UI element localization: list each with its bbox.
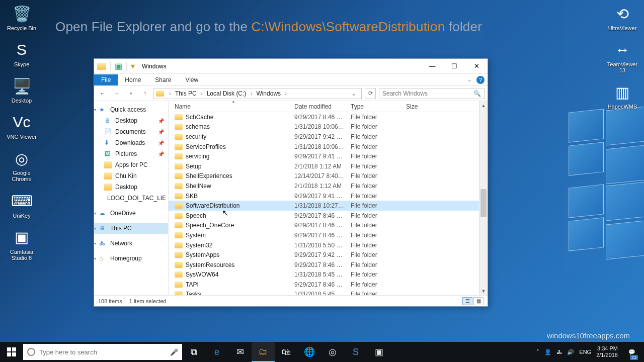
scrollbar[interactable]: ▲ ▼ bbox=[479, 101, 488, 295]
navpane-item[interactable]: ⬇Downloads📌 bbox=[94, 137, 168, 148]
file-type: File folder bbox=[348, 281, 403, 288]
desktop-icon[interactable]: ⌨ UniKey bbox=[3, 191, 40, 219]
taskbar-app-chrome[interactable]: ◎ bbox=[321, 342, 344, 362]
file-row[interactable]: SystemApps 9/29/2017 9:42 PM File folder bbox=[169, 250, 488, 260]
task-view-button[interactable]: ⧉ bbox=[182, 342, 205, 362]
file-row[interactable]: SoftwareDistribution 1/31/2018 10:27 AM … bbox=[169, 201, 488, 211]
column-name[interactable]: Name▲ bbox=[172, 103, 291, 110]
address-bar[interactable]: › This PC › Local Disk (C:) › Windows › … bbox=[153, 88, 362, 99]
file-row[interactable]: ServiceProfiles 1/31/2018 10:06 AM File … bbox=[169, 142, 488, 152]
view-large-icons-button[interactable]: ▦ bbox=[473, 297, 484, 305]
minimize-button[interactable]: — bbox=[421, 59, 443, 73]
file-name: security bbox=[186, 133, 206, 140]
search-input[interactable] bbox=[382, 90, 473, 97]
start-button[interactable] bbox=[0, 342, 23, 362]
desktop-icon[interactable]: Vc VNC Viewer bbox=[3, 112, 40, 140]
scroll-up-button[interactable]: ▲ bbox=[479, 101, 488, 110]
taskbar-app-mail[interactable]: ✉ bbox=[228, 342, 252, 362]
file-row[interactable]: SysWOW64 1/31/2018 5:45 PM File folder bbox=[169, 270, 488, 280]
navpane-item[interactable]: 📄Documents📌 bbox=[94, 126, 168, 137]
desktop-icon[interactable]: 🖥️ Desktop bbox=[3, 75, 40, 104]
file-row[interactable]: Tasks 1/31/2018 5:45 PM File folder bbox=[169, 290, 488, 295]
file-row[interactable]: Speech 9/29/2017 8:46 PM File folder bbox=[169, 211, 488, 221]
taskbar-search-input[interactable] bbox=[39, 348, 166, 356]
file-row[interactable]: Setup 2/1/2018 1:12 AM File folder bbox=[169, 161, 488, 171]
navpane-quick-access[interactable]: ★Quick access bbox=[94, 104, 168, 115]
file-name: Tasks bbox=[186, 291, 201, 295]
desktop-icon[interactable]: ⟲ UltraViewer bbox=[604, 3, 641, 31]
column-size[interactable]: Size bbox=[403, 103, 488, 110]
file-row[interactable]: TAPI 9/29/2017 8:46 PM File folder bbox=[169, 280, 488, 290]
navpane-item[interactable]: Apps for PC bbox=[94, 159, 168, 170]
navpane-item[interactable]: Desktop bbox=[94, 182, 168, 193]
desktop-icon[interactable]: ↔ TeamViewer 13 bbox=[604, 39, 641, 73]
tab-file[interactable]: File bbox=[94, 74, 118, 85]
file-row[interactable]: System32 1/31/2018 5:50 PM File folder bbox=[169, 240, 488, 250]
file-row[interactable]: Speech_OneCore 9/29/2017 8:46 PM File fo… bbox=[169, 221, 488, 231]
file-row[interactable]: servicing 9/29/2017 9:41 PM File folder bbox=[169, 151, 488, 161]
breadcrumb[interactable]: This PC bbox=[174, 90, 198, 97]
tab-share[interactable]: Share bbox=[148, 74, 178, 85]
desktop-icon[interactable]: ▣ Camtasia Studio 8 bbox=[3, 227, 40, 261]
tray-clock[interactable]: 3:34 PM 2/1/2018 bbox=[596, 345, 618, 358]
breadcrumb[interactable]: Windows bbox=[255, 90, 282, 97]
navpane-item[interactable]: 🖼Pictures📌 bbox=[94, 148, 168, 159]
desktop-icon[interactable]: ◎ Google Chrome bbox=[3, 148, 40, 182]
address-dropdown-icon[interactable]: ⌄ bbox=[348, 90, 359, 97]
desktop-icon[interactable]: 🗑️ Recycle Bin bbox=[3, 3, 40, 31]
file-row[interactable]: ShellNew 2/1/2018 1:12 AM File folder bbox=[169, 181, 488, 191]
taskbar-app-generic[interactable]: ▣ bbox=[367, 342, 390, 362]
file-row[interactable]: ShellExperiences 12/14/2017 8:40 AM File… bbox=[169, 171, 488, 182]
maximize-button[interactable]: ☐ bbox=[443, 59, 465, 73]
navpane-item[interactable]: Chu Kin bbox=[94, 170, 168, 182]
tab-view[interactable]: View bbox=[178, 74, 205, 85]
file-row[interactable]: System 9/29/2017 8:46 PM File folder bbox=[169, 230, 488, 240]
tray-network-icon[interactable]: 🖧 bbox=[556, 349, 562, 355]
file-row[interactable]: schemas 1/31/2018 10:06 AM File folder bbox=[169, 122, 488, 132]
taskbar-app-snagit[interactable]: S bbox=[344, 342, 367, 362]
refresh-button[interactable]: ⟳ bbox=[365, 88, 376, 99]
file-row[interactable]: SKB 9/29/2017 9:41 PM File folder bbox=[169, 191, 488, 201]
navpane-network[interactable]: 🖧Network bbox=[94, 238, 168, 249]
taskbar-app-explorer[interactable]: 🗂 bbox=[252, 342, 275, 362]
navpane-this-pc[interactable]: 🖥This PC bbox=[94, 223, 168, 234]
close-button[interactable]: ✕ bbox=[465, 59, 488, 73]
breadcrumb[interactable]: Local Disk (C:) bbox=[206, 90, 248, 97]
microphone-icon[interactable]: 🎤 bbox=[170, 348, 178, 356]
taskbar-app-edge[interactable]: e bbox=[205, 342, 228, 362]
back-button[interactable]: ← bbox=[97, 90, 108, 97]
forward-button[interactable]: → bbox=[111, 90, 122, 97]
tray-language[interactable]: ENG bbox=[579, 349, 591, 355]
taskbar-app-browser[interactable]: 🌐 bbox=[298, 342, 321, 362]
tray-volume-icon[interactable]: 🔊 bbox=[567, 349, 574, 355]
view-details-button[interactable]: ☰ bbox=[462, 297, 472, 305]
tray-people-icon[interactable]: 👤 bbox=[544, 349, 551, 355]
taskbar-app-store[interactable]: 🛍 bbox=[275, 342, 298, 362]
desktop-icon[interactable]: ▥ HapecWMS bbox=[604, 81, 641, 110]
column-date[interactable]: Date modified bbox=[291, 103, 348, 110]
file-row[interactable]: SystemResources 9/29/2017 8:46 PM File f… bbox=[169, 260, 488, 270]
file-row[interactable]: security 9/29/2017 9:42 PM File folder bbox=[169, 132, 488, 142]
file-row[interactable]: SchCache 9/29/2017 8:46 PM File folder bbox=[169, 112, 488, 122]
taskbar-search[interactable]: 🎤 bbox=[23, 344, 182, 360]
ribbon-expand-icon[interactable]: ⌄ bbox=[467, 77, 471, 82]
navpane-onedrive[interactable]: ☁OneDrive bbox=[94, 208, 168, 219]
up-button[interactable]: ↑ bbox=[139, 90, 150, 97]
scroll-thumb[interactable] bbox=[480, 189, 487, 217]
search-icon[interactable]: 🔍 bbox=[473, 90, 481, 97]
qat-newfolder-icon[interactable]: ▾ bbox=[131, 61, 135, 71]
desktop-icon[interactable]: S Skype bbox=[3, 39, 40, 67]
tray-overflow-icon[interactable]: ˄ bbox=[536, 349, 539, 355]
search-box[interactable]: 🔍 bbox=[379, 88, 485, 99]
navpane-homegroup[interactable]: ⌂Homegroup bbox=[94, 253, 168, 264]
column-type[interactable]: Type bbox=[348, 103, 403, 110]
qat-properties-icon[interactable]: ▣ bbox=[115, 61, 122, 71]
navpane-item[interactable]: 🖥Desktop📌 bbox=[94, 115, 168, 126]
action-center-button[interactable]: 💬 23 bbox=[623, 342, 641, 362]
titlebar[interactable]: ▣ ▾ Windows — ☐ ✕ bbox=[94, 59, 488, 74]
tab-home[interactable]: Home bbox=[118, 74, 148, 85]
navpane-item[interactable]: LOGO_DOI_TAC_LIE bbox=[94, 193, 168, 204]
recent-locations-icon[interactable]: ▾ bbox=[125, 91, 136, 96]
scroll-down-button[interactable]: ▼ bbox=[479, 287, 488, 295]
help-button[interactable]: ? bbox=[476, 76, 485, 84]
